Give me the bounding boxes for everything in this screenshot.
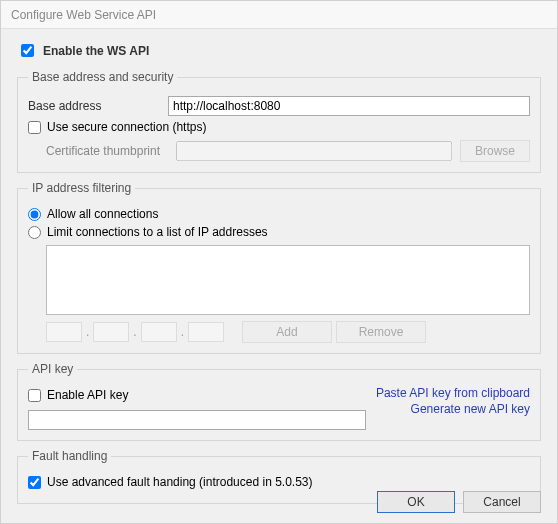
use-secure-row: Use secure connection (https) xyxy=(28,120,530,134)
dialog-window: Configure Web Service API Enable the WS … xyxy=(0,0,558,524)
cert-thumbprint-input xyxy=(176,141,452,161)
limit-list-row: Limit connections to a list of IP addres… xyxy=(28,225,530,239)
allow-all-radio[interactable] xyxy=(28,208,41,221)
enable-api-key-row: Enable API key xyxy=(28,388,366,402)
api-key-input[interactable] xyxy=(28,410,366,430)
allow-all-label: Allow all connections xyxy=(47,207,158,221)
advanced-fault-label: Use advanced fault handing (introduced i… xyxy=(47,475,313,489)
base-address-input[interactable] xyxy=(168,96,530,116)
window-title: Configure Web Service API xyxy=(1,1,557,29)
advanced-fault-row: Use advanced fault handing (introduced i… xyxy=(28,475,530,489)
paste-api-key-link[interactable]: Paste API key from clipboard xyxy=(376,386,530,400)
api-key-block: Enable API key Paste API key from clipbo… xyxy=(28,384,530,430)
generate-api-key-link[interactable]: Generate new API key xyxy=(376,402,530,416)
use-secure-checkbox[interactable] xyxy=(28,121,41,134)
ip-octet-4 xyxy=(188,322,224,342)
dialog-footer: OK Cancel xyxy=(377,491,541,513)
dot-icon: . xyxy=(181,325,184,339)
ip-octet-2 xyxy=(93,322,129,342)
limit-list-radio[interactable] xyxy=(28,226,41,239)
base-address-security-group: Base address and security Base address U… xyxy=(17,70,541,173)
use-secure-label: Use secure connection (https) xyxy=(47,120,206,134)
advanced-fault-checkbox[interactable] xyxy=(28,476,41,489)
add-ip-button: Add xyxy=(242,321,332,343)
ok-button[interactable]: OK xyxy=(377,491,455,513)
ip-controls-row: . . . Add Remove xyxy=(46,321,530,343)
limit-list-label: Limit connections to a list of IP addres… xyxy=(47,225,268,239)
browse-button: Browse xyxy=(460,140,530,162)
cert-row: Certificate thumbprint Browse xyxy=(46,140,530,162)
api-key-legend: API key xyxy=(28,362,77,376)
ip-list-container: . . . Add Remove xyxy=(46,245,530,343)
enable-api-label: Enable the WS API xyxy=(43,44,149,58)
dialog-content: Enable the WS API Base address and secur… xyxy=(1,29,557,524)
enable-api-row: Enable the WS API xyxy=(17,41,541,60)
dot-icon: . xyxy=(86,325,89,339)
ip-filter-legend: IP address filtering xyxy=(28,181,135,195)
enable-api-checkbox[interactable] xyxy=(21,44,34,57)
remove-ip-button: Remove xyxy=(336,321,426,343)
ip-octet-1 xyxy=(46,322,82,342)
ip-address-listbox[interactable] xyxy=(46,245,530,315)
allow-all-row: Allow all connections xyxy=(28,207,530,221)
api-key-links: Paste API key from clipboard Generate ne… xyxy=(376,384,530,418)
cancel-button[interactable]: Cancel xyxy=(463,491,541,513)
fault-handling-legend: Fault handling xyxy=(28,449,111,463)
base-address-security-legend: Base address and security xyxy=(28,70,177,84)
ip-octet-3 xyxy=(141,322,177,342)
enable-api-key-checkbox[interactable] xyxy=(28,389,41,402)
base-address-row: Base address xyxy=(28,96,530,116)
cert-label: Certificate thumbprint xyxy=(46,144,168,158)
enable-api-key-label: Enable API key xyxy=(47,388,128,402)
api-key-group: API key Enable API key Paste API key fro… xyxy=(17,362,541,441)
base-address-label: Base address xyxy=(28,99,168,113)
api-key-left: Enable API key xyxy=(28,384,366,430)
ip-filter-group: IP address filtering Allow all connectio… xyxy=(17,181,541,354)
dot-icon: . xyxy=(133,325,136,339)
